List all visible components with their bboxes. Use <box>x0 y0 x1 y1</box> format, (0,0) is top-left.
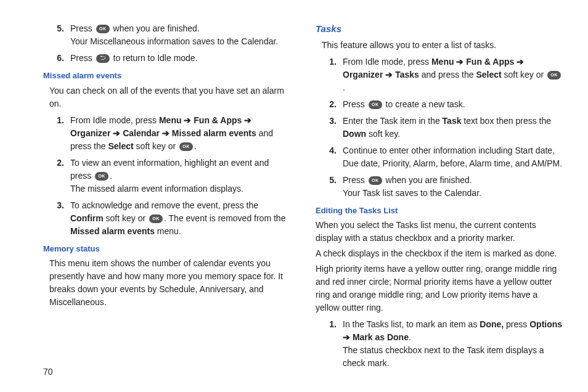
step-body: In the Tasks list, to mark an item as Do… <box>343 318 563 370</box>
text-bold: Mark as Done <box>353 332 409 342</box>
step-number: 3. <box>43 199 70 238</box>
text: In the Tasks list, to mark an item as <box>343 319 480 329</box>
text: when you are finished. <box>383 175 472 185</box>
paragraph: High priority items have a yellow outter… <box>316 263 563 314</box>
ok-icon <box>96 25 110 33</box>
text: soft key or <box>502 70 546 80</box>
arrow-icon: ➔ <box>242 115 251 125</box>
step-number: 1. <box>316 318 343 370</box>
text: to create a new task. <box>383 99 465 109</box>
text: The status checkbox next to the Task ite… <box>343 345 544 368</box>
text: From Idle mode, press <box>70 115 159 125</box>
paragraph: This feature allows you to enter a list … <box>322 39 563 52</box>
page-number: 70 <box>43 365 53 378</box>
text: soft key or <box>134 141 178 151</box>
text-bold: Select <box>108 141 133 151</box>
step-item: 1. From Idle mode, press Menu ➔ Fun & Ap… <box>43 114 291 153</box>
step-item: 5. Press when you are finished. Your Tas… <box>316 174 563 200</box>
text: To acknowledge and remove the event, pre… <box>70 200 258 210</box>
text: Enter the Task item in the <box>343 116 443 126</box>
heading-memory-status: Memory status <box>43 243 291 255</box>
step-item: 6. Press to return to Idle mode. <box>43 52 291 65</box>
arrow-icon: ➔ <box>110 128 123 138</box>
step-item: 1. From Idle mode, press Menu ➔ Fun & Ap… <box>316 55 563 94</box>
step-item: 3. To acknowledge and remove the event, … <box>43 199 291 238</box>
text: Press <box>70 53 95 63</box>
text-bold: Tasks <box>395 70 419 80</box>
text: Your Task list saves to the Calendar. <box>343 188 481 198</box>
step-body: To view an event information, highlight … <box>70 157 291 195</box>
text: Press <box>343 99 367 109</box>
step-number: 2. <box>43 157 70 195</box>
text-bold: Fun & Apps <box>194 115 242 125</box>
steps-list: 5. Press when you are finished. Your Mis… <box>43 22 291 65</box>
step-number: 1. <box>43 114 70 153</box>
ok-icon <box>179 142 193 151</box>
back-icon <box>96 54 110 63</box>
text: . <box>110 171 112 181</box>
paragraph: This menu item shows the number of calen… <box>49 257 291 309</box>
heading-missed-alarm: Missed alarm events <box>43 70 291 82</box>
arrow-icon: ➔ <box>383 70 395 80</box>
paragraph: A check displays in the checkbox if the … <box>316 247 563 260</box>
text: Press <box>343 175 367 185</box>
text-bold: Options <box>529 319 562 329</box>
text-bold: Organizer <box>343 70 383 80</box>
steps-list: 1. From Idle mode, press Menu ➔ Fun & Ap… <box>43 114 291 238</box>
arrow-icon: ➔ <box>454 57 467 67</box>
step-item: 5. Press when you are finished. Your Mis… <box>43 22 291 48</box>
arrow-icon: ➔ <box>514 57 524 67</box>
text-bold: Down <box>343 129 366 139</box>
step-body: Press to return to Idle mode. <box>70 52 291 65</box>
text-bold: Missed alarm events <box>70 226 155 236</box>
right-column: Tasks This feature allows you to enter a… <box>316 18 563 364</box>
text-bold: Select <box>476 70 501 80</box>
text-bold: Confirm <box>70 213 104 223</box>
steps-list: 1. In the Tasks list, to mark an item as… <box>316 318 563 370</box>
step-body: From Idle mode, press Menu ➔ Fun & Apps … <box>70 114 291 153</box>
text-bold: Organizer <box>70 128 110 138</box>
text-bold: Done, <box>480 319 504 329</box>
step-number: 2. <box>316 98 343 111</box>
text: . <box>343 83 345 92</box>
ok-icon <box>95 172 108 181</box>
step-item: 2. To view an event information, highlig… <box>43 157 291 195</box>
text-bold: Menu <box>431 57 454 67</box>
paragraph: When you select the Tasks list menu, the… <box>316 219 563 245</box>
steps-list: 1. From Idle mode, press Menu ➔ Fun & Ap… <box>316 55 563 200</box>
step-item: 4. Continue to enter other information i… <box>316 144 563 170</box>
step-body: Enter the Task item in the Task text box… <box>343 115 563 141</box>
text: soft key or <box>104 213 148 223</box>
heading-editing-tasks: Editing the Tasks List <box>316 205 563 217</box>
step-item: 1. In the Tasks list, to mark an item as… <box>316 318 563 370</box>
step-number: 3. <box>316 115 343 141</box>
ok-icon <box>149 214 163 223</box>
text: . <box>409 332 411 342</box>
heading-tasks: Tasks <box>316 22 563 36</box>
text-bold: Menu <box>159 115 182 125</box>
text: Press <box>70 23 95 33</box>
text: and press the <box>419 70 476 80</box>
step-body: Press to create a new task. <box>343 98 563 111</box>
step-body: Press when you are finished. Your Miscel… <box>70 22 291 48</box>
text-bold: Calendar <box>123 128 160 138</box>
step-number: 1. <box>316 55 343 94</box>
step-number: 5. <box>43 22 70 48</box>
ok-icon <box>369 100 382 109</box>
text-bold: Fun & Apps <box>466 57 514 67</box>
arrow-icon: ➔ <box>182 115 194 125</box>
text: menu. <box>155 226 181 236</box>
text-bold: Missed alarm events <box>172 128 256 138</box>
left-column: 5. Press when you are finished. Your Mis… <box>43 18 291 364</box>
text: Continue to enter other information incl… <box>343 145 562 168</box>
ok-icon <box>547 71 561 80</box>
arrow-icon: ➔ <box>160 128 172 138</box>
text: Your Miscellaneous information saves to … <box>70 36 278 46</box>
step-item: 3. Enter the Task item in the Task text … <box>316 115 563 141</box>
text: From Idle mode, press <box>343 57 431 67</box>
text: The missed alarm event information displ… <box>70 184 243 194</box>
text: . The event is removed from the <box>164 213 285 223</box>
arrow-icon: ➔ <box>343 332 353 342</box>
text: when you are finished. <box>111 23 200 33</box>
step-body: From Idle mode, press Menu ➔ Fun & Apps … <box>343 55 563 94</box>
